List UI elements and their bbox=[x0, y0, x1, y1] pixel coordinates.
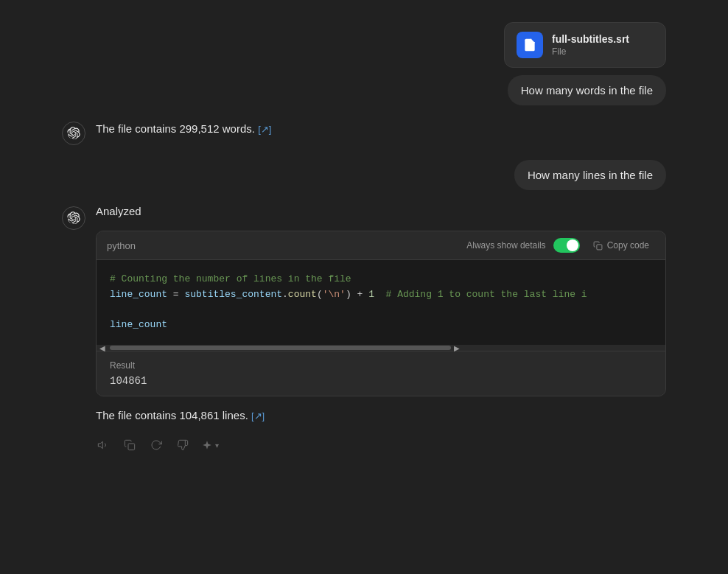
code-header-right: Always show details Copy code bbox=[466, 237, 655, 253]
user-bubble-1: How many words in the file bbox=[508, 75, 666, 105]
file-info: full-subtitles.srt File bbox=[552, 33, 629, 57]
sparkle-button[interactable]: ▾ bbox=[202, 440, 219, 450]
svg-rect-0 bbox=[597, 244, 602, 249]
code-block-header: python Always show details Copy code bbox=[97, 231, 665, 260]
copy-code-button[interactable]: Copy code bbox=[587, 237, 655, 253]
file-name: full-subtitles.srt bbox=[552, 33, 629, 45]
assistant-message-group-1: The file contains 299,512 words. [↗] bbox=[62, 120, 666, 145]
volume-button[interactable] bbox=[96, 438, 111, 452]
user-bubble-2: How many lines in the file bbox=[514, 160, 666, 190]
assistant-avatar bbox=[62, 122, 85, 145]
volume-icon bbox=[97, 439, 109, 451]
always-show-label: Always show details bbox=[466, 240, 545, 251]
code-line-3: line_count bbox=[110, 318, 652, 333]
result-label: Result bbox=[110, 360, 652, 371]
assistant-avatar-2 bbox=[62, 206, 85, 230]
refresh-icon bbox=[150, 439, 162, 451]
code-line-blank bbox=[110, 303, 652, 318]
copy-icon-action bbox=[124, 439, 136, 451]
assistant-text-2: The file contains 104,861 lines. [↗] bbox=[96, 407, 666, 424]
citation-link-1[interactable]: [↗] bbox=[258, 124, 271, 135]
copy-icon bbox=[593, 241, 603, 251]
horizontal-scrollbar[interactable]: ◀ ▶ bbox=[97, 345, 665, 351]
code-line-2: line_count = subtitles_content.count('\n… bbox=[110, 287, 652, 303]
openai-logo-2 bbox=[67, 211, 80, 225]
thumbs-down-icon bbox=[177, 439, 189, 451]
file-icon bbox=[517, 32, 543, 58]
assistant-content-1: The file contains 299,512 words. [↗] bbox=[96, 120, 666, 138]
sparkle-chevron: ▾ bbox=[215, 441, 219, 449]
code-block-wrapper: python Always show details Copy code bbox=[96, 231, 666, 396]
toggle-knob bbox=[567, 239, 578, 251]
assistant-content-2: Analyzed python Always show details bbox=[96, 205, 666, 452]
action-icons: ▾ bbox=[96, 438, 666, 452]
user-message-group-1: full-subtitles.srt File How many words i… bbox=[62, 22, 666, 105]
assistant-message-group-2: Analyzed python Always show details bbox=[62, 205, 666, 452]
assistant-text-1: The file contains 299,512 words. [↗] bbox=[96, 120, 666, 138]
scroll-right-arrow[interactable]: ▶ bbox=[451, 344, 463, 352]
openai-logo bbox=[67, 127, 80, 140]
thumbs-down-button[interactable] bbox=[175, 438, 190, 452]
refresh-button[interactable] bbox=[149, 438, 164, 452]
file-attachment: full-subtitles.srt File bbox=[504, 22, 666, 68]
scroll-left-arrow[interactable]: ◀ bbox=[97, 344, 108, 352]
code-line-1: # Counting the number of lines in the fi… bbox=[110, 272, 652, 287]
svg-marker-1 bbox=[98, 442, 102, 449]
result-section: Result 104861 bbox=[97, 351, 665, 396]
file-type: File bbox=[552, 46, 629, 57]
document-icon bbox=[522, 38, 537, 52]
code-language: python bbox=[107, 240, 136, 251]
analyzed-label: Analyzed bbox=[96, 205, 666, 217]
copy-label: Copy code bbox=[607, 240, 649, 251]
citation-link-2[interactable]: [↗] bbox=[251, 410, 265, 421]
copy-button[interactable] bbox=[122, 438, 137, 452]
scrollbar-thumb[interactable] bbox=[110, 346, 451, 350]
always-show-toggle[interactable] bbox=[553, 238, 580, 253]
sparkle-icon bbox=[202, 440, 212, 450]
code-content: # Counting the number of lines in the fi… bbox=[97, 260, 665, 345]
user-message-group-2: How many lines in the file bbox=[62, 160, 666, 190]
result-value: 104861 bbox=[110, 375, 652, 387]
svg-rect-2 bbox=[128, 444, 135, 450]
